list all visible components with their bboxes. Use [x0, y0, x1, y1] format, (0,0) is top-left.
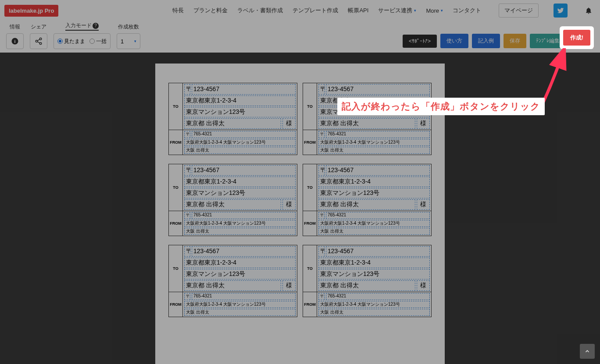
from-addr-field[interactable]: 大阪府大阪1-2-3-4 大阪マンション123号 [184, 301, 296, 308]
howto-button[interactable]: 使い方 [440, 34, 468, 48]
postal-mark-field[interactable]: 〒 [318, 212, 325, 219]
to-addr1-field[interactable]: 東京都東京1-2-3-4 [318, 177, 430, 187]
postal-mark-field[interactable]: 〒 [318, 84, 325, 95]
twitter-icon [557, 7, 564, 14]
from-postal-field[interactable]: 765-4321 [326, 293, 430, 300]
to-fields: 〒123-4567 東京都東京1-2-3-4 東京マンション123号 東京都 出… [317, 245, 431, 292]
to-addr2-field[interactable]: 東京マンション123号 [184, 188, 296, 198]
nav-api[interactable]: 帳票API [348, 7, 368, 14]
nav-more[interactable]: More▾ [426, 7, 443, 14]
address-label: TO 〒123-4567 東京都東京1-2-3-4 東京マンション123号 東京… [168, 83, 297, 155]
to-postal-field[interactable]: 123-4567 [326, 84, 430, 95]
svg-text:i: i [14, 39, 16, 44]
name-suffix-field[interactable]: 様 [417, 118, 430, 129]
notifications-button[interactable] [582, 4, 596, 18]
from-addr-field[interactable]: 大阪府大阪1-2-3-4 大阪マンション123号 [184, 139, 296, 146]
postal-mark-field[interactable]: 〒 [184, 84, 190, 95]
from-postal-field[interactable]: 765-4321 [192, 131, 296, 138]
postal-mark-field[interactable]: 〒 [184, 246, 190, 257]
to-name-field[interactable]: 東京都 出得太 [318, 280, 415, 291]
from-name-field[interactable]: 大阪 出得太 [184, 228, 296, 235]
logo[interactable]: labelmake.jp Pro [4, 5, 58, 17]
postal-mark-field[interactable]: 〒 [318, 165, 325, 176]
nav-features[interactable]: 特長 [172, 7, 184, 14]
postal-mark-field[interactable]: 〒 [184, 165, 190, 176]
input-mode-radio: 見たまま 一括 [54, 33, 111, 49]
postal-mark-field[interactable]: 〒 [318, 131, 325, 138]
to-postal-field[interactable]: 123-4567 [192, 246, 296, 257]
from-postal-field[interactable]: 765-4321 [192, 212, 296, 219]
mode-label: 入力モード? [65, 22, 99, 31]
to-name-field[interactable]: 東京都 出得太 [318, 118, 415, 129]
from-postal-field[interactable]: 765-4321 [326, 131, 430, 138]
to-postal-field[interactable]: 123-4567 [326, 246, 430, 257]
from-tag: FROM [169, 211, 183, 236]
postal-mark-field[interactable]: 〒 [318, 246, 325, 257]
to-addr1-field[interactable]: 東京都東京1-2-3-4 [184, 177, 296, 187]
radio-bulk[interactable]: 一括 [89, 38, 107, 45]
from-name-field[interactable]: 大阪 出得太 [318, 228, 430, 235]
postal-mark-field[interactable]: 〒 [184, 293, 190, 300]
help-icon[interactable]: ? [93, 23, 99, 29]
to-postal-field[interactable]: 123-4567 [192, 84, 296, 95]
from-addr-field[interactable]: 大阪府大阪1-2-3-4 大阪マンション123号 [318, 301, 430, 308]
postal-mark-field[interactable]: 〒 [184, 131, 190, 138]
from-fields: 〒765-4321 大阪府大阪1-2-3-4 大阪マンション123号 大阪 出得… [317, 130, 431, 155]
name-suffix-field[interactable]: 様 [282, 280, 296, 291]
to-addr2-field[interactable]: 東京マンション123号 [318, 188, 430, 198]
to-addr1-field[interactable]: 東京都東京1-2-3-4 [184, 95, 296, 106]
to-name-field[interactable]: 東京都 出得太 [184, 199, 281, 210]
svg-point-4 [39, 42, 42, 45]
nav-contact[interactable]: コンタクト [453, 7, 481, 14]
from-name-field[interactable]: 大阪 出得太 [184, 309, 296, 316]
name-suffix-field[interactable]: 様 [417, 280, 430, 291]
support-button[interactable]: <ｻﾎﾟｰﾄ↗> [403, 35, 437, 48]
from-name-field[interactable]: 大阪 出得太 [184, 147, 296, 154]
info-tool: 情報 i [6, 23, 24, 49]
name-suffix-field[interactable]: 様 [417, 199, 430, 210]
share-button[interactable] [30, 33, 47, 49]
to-addr2-field[interactable]: 東京マンション123号 [184, 269, 296, 279]
nav-templates[interactable]: テンプレート作成 [293, 7, 338, 14]
nav-integrations[interactable]: サービス連携▾ [378, 7, 416, 14]
twitter-button[interactable] [554, 4, 568, 18]
address-label: TO 〒123-4567 東京都東京1-2-3-4 東京マンション123号 東京… [168, 164, 297, 236]
nav-pricing[interactable]: プランと料金 [193, 7, 228, 14]
to-addr2-field[interactable]: 東京マンション123号 [318, 269, 430, 279]
to-name-field[interactable]: 東京都 出得太 [184, 118, 281, 129]
to-name-field[interactable]: 東京都 出得太 [184, 280, 281, 291]
from-name-field[interactable]: 大阪 出得太 [318, 309, 430, 316]
scroll-top-button[interactable] [580, 344, 595, 359]
to-postal-field[interactable]: 123-4567 [192, 165, 296, 176]
from-addr-field[interactable]: 大阪府大阪1-2-3-4 大阪マンション123号 [318, 220, 430, 227]
from-postal-field[interactable]: 765-4321 [192, 293, 296, 300]
to-addr1-field[interactable]: 東京都東京1-2-3-4 [318, 258, 430, 268]
count-select[interactable]: 1▾ [117, 33, 140, 49]
from-name-field[interactable]: 大阪 出得太 [318, 147, 430, 154]
tutorial-tooltip: 記入が終わったら「作成」ボタンをクリック [337, 98, 545, 115]
postal-mark-field[interactable]: 〒 [184, 212, 190, 219]
info-button[interactable]: i [6, 33, 24, 49]
create-button[interactable]: 作成! [563, 30, 590, 46]
name-suffix-field[interactable]: 様 [282, 118, 296, 129]
from-fields: 〒765-4321 大阪府大阪1-2-3-4 大阪マンション123号 大阪 出得… [317, 211, 431, 236]
to-tag: TO [303, 164, 317, 211]
save-button[interactable]: 保存 [504, 34, 526, 48]
from-postal-field[interactable]: 765-4321 [326, 212, 430, 219]
radio-wysiwyg[interactable]: 見たまま [57, 38, 85, 45]
from-addr-field[interactable]: 大阪府大阪1-2-3-4 大阪マンション123号 [184, 220, 296, 227]
share-tool: シェア [30, 23, 47, 49]
mypage-button[interactable]: マイページ [499, 4, 539, 18]
example-button[interactable]: 記入例 [472, 34, 500, 48]
share-label: シェア [31, 23, 46, 31]
to-addr1-field[interactable]: 東京都東京1-2-3-4 [184, 258, 296, 268]
to-name-field[interactable]: 東京都 出得太 [318, 199, 415, 210]
postal-mark-field[interactable]: 〒 [318, 293, 325, 300]
name-suffix-field[interactable]: 様 [282, 199, 296, 210]
to-postal-field[interactable]: 123-4567 [326, 165, 430, 176]
to-addr2-field[interactable]: 東京マンション123号 [184, 107, 296, 117]
svg-line-5 [37, 39, 39, 41]
nav-labels[interactable]: ラベル・書類作成 [237, 7, 283, 14]
from-addr-field[interactable]: 大阪府大阪1-2-3-4 大阪マンション123号 [318, 139, 430, 146]
info-label: 情報 [10, 23, 20, 31]
